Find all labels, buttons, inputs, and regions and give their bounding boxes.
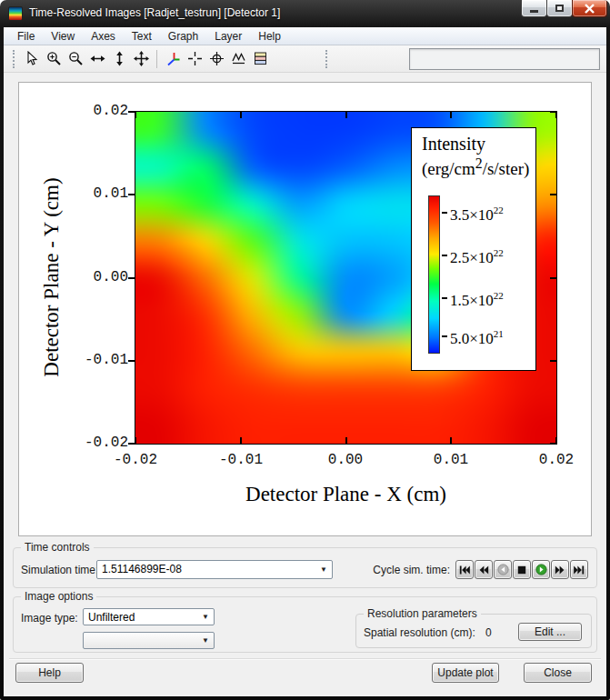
jump-to-end-icon [574,565,585,575]
close-plot-button[interactable]: Close [524,663,592,683]
expand-vertical-button[interactable] [108,48,130,70]
jump-to-end-button[interactable] [570,560,588,579]
legend-tick-mark [442,255,447,256]
axis-tick-mark [345,112,347,118]
jump-to-start-button[interactable] [455,560,474,579]
legend-tick-mark [442,335,447,337]
image-options-label: Image options [21,590,96,603]
layers-icon [253,51,268,66]
media-controls [455,560,588,579]
title-bar[interactable]: Time-Resolved Images [Radjet_testrun] [D… [0,0,610,27]
pan-button[interactable] [130,48,152,70]
window-title: Time-Resolved Images [Radjet_testrun] [D… [29,6,280,19]
resolution-parameters-group: Resolution parameters Spatial resolution… [355,614,592,648]
x-tick-label: 0.00 [314,452,377,468]
stop-icon [516,565,527,575]
axes-origin-button[interactable] [162,48,184,70]
stop-button[interactable] [513,560,531,579]
y-tick-label: -0.02 [61,435,128,451]
maximize-icon [555,5,564,12]
chevron-down-icon: ▼ [320,565,327,573]
y-tick-label: 0.01 [61,185,128,202]
axis-tick-mark [128,194,135,195]
chevron-down-icon: ▼ [202,635,209,644]
crosshair-button[interactable] [184,48,205,70]
axis-tick-mark [550,360,556,362]
expand-horizontal-button[interactable] [86,48,108,70]
legend-tick-mark [442,297,447,299]
play-icon [535,564,547,575]
target-button[interactable] [205,48,227,70]
line-plot-icon [231,51,246,66]
step-back-button[interactable] [494,560,512,579]
time-controls-label: Time controls [21,541,94,554]
axis-tick-mark [240,437,242,444]
menu-file[interactable]: File [9,28,43,45]
toolbar-grip[interactable] [13,50,16,68]
simulation-time-combobox[interactable]: 1.51146899E-08 ▼ [96,560,333,579]
image-type-label: Image type: [21,612,78,625]
help-button[interactable]: Help [15,663,84,683]
resolution-parameters-label: Resolution parameters [364,607,481,620]
client-area: File View Axes Text Graph Layer Help [4,27,606,696]
rewind-icon [478,565,489,575]
pan-icon [134,51,149,66]
menu-view[interactable]: View [43,28,83,45]
menu-layer[interactable]: Layer [206,28,250,45]
secondary-image-combobox[interactable]: ▼ [83,632,215,649]
legend-colorbar [428,195,440,354]
axis-tick-mark [550,194,556,195]
x-tick-label: 0.02 [525,452,588,468]
axis-tick-mark [128,111,135,113]
close-button[interactable] [572,0,607,17]
line-plot-button[interactable] [227,48,249,70]
legend-box: Intensity (erg/cm2/s/ster) 3.5×1022 2.5×… [411,127,536,371]
fast-forward-button[interactable] [551,560,569,579]
maximize-button[interactable] [546,0,573,17]
legend-title: Intensity [422,134,485,155]
footer-divider [9,658,601,659]
menu-help[interactable]: Help [250,28,289,45]
cycle-sim-time-label: Cycle sim. time: [363,564,450,576]
axis-tick-mark [555,112,557,118]
heatmap-area: Intensity (erg/cm2/s/ster) 3.5×1022 2.5×… [135,111,557,445]
axis-tick-mark [550,277,556,279]
update-plot-button[interactable]: Update plot [432,663,499,683]
axis-tick-mark [128,360,135,362]
menu-graph[interactable]: Graph [160,28,206,45]
menu-axes[interactable]: Axes [83,28,124,45]
simulation-time-value: 1.51146899E-08 [102,563,182,575]
toolbar-separator [156,50,157,68]
axis-tick-mark [135,112,136,118]
jump-to-start-icon [459,565,470,575]
zoom-in-icon [46,51,62,66]
zoom-out-icon [68,51,84,66]
toolbar [4,45,606,73]
x-tick-label: 0.01 [419,452,483,468]
menu-text[interactable]: Text [124,28,160,45]
toolbar-grip[interactable] [325,50,329,68]
rewind-button[interactable] [475,560,493,579]
axis-tick-mark [128,277,135,279]
image-type-combobox[interactable]: Unfiltered ▼ [83,608,215,625]
colormap-thumbnail-icon [8,6,23,21]
x-tick-label: -0.01 [209,452,273,468]
app-window: Time-Resolved Images [Radjet_testrun] [D… [0,0,610,700]
zoom-out-button[interactable] [65,48,86,70]
expand-horizontal-icon [90,51,105,66]
edit-button[interactable]: Edit ... [518,623,582,641]
axis-tick-mark [345,437,347,444]
image-options-group: Image options Image type: Unfiltered ▼ ▼… [13,596,597,653]
expand-vertical-icon [112,51,127,66]
play-button[interactable] [532,560,550,579]
legend-tick-label: 1.5×1022 [450,290,534,308]
zoom-in-button[interactable] [43,48,65,70]
menu-bar: File View Axes Text Graph Layer Help [4,27,606,45]
toolbar-readout-input[interactable] [409,48,600,70]
plot-panel: Detector Plane - Y (cm) Detector Plane -… [18,82,592,536]
axis-tick-mark [135,437,136,444]
x-tick-label: -0.02 [104,452,167,468]
minimize-button[interactable] [521,0,547,17]
layers-button[interactable] [249,48,271,70]
pointer-tool-button[interactable] [21,48,43,70]
